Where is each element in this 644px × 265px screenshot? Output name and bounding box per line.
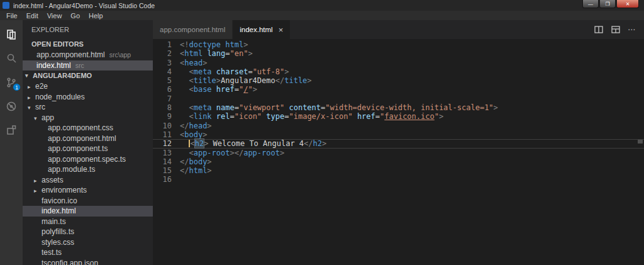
chevron-down-icon: ▾	[25, 70, 33, 81]
main-area: 1 EXPLORER OPEN EDITORS app.component.ht…	[0, 20, 644, 265]
code-line-10[interactable]: 10</head>	[153, 121, 644, 130]
menu-item-help[interactable]: Help	[84, 12, 108, 20]
tree-file-styles.css[interactable]: styles.css	[23, 237, 153, 248]
tree-file-app.component.ts[interactable]: app.component.ts	[23, 144, 153, 154]
window-controls: — ❐ ✕	[582, 0, 639, 8]
tree-file-main.ts[interactable]: main.ts	[23, 217, 153, 227]
tree-file-app.component.html[interactable]: app.component.html	[23, 133, 153, 144]
more-actions-icon[interactable]: ⋯	[628, 25, 636, 34]
editor-area: app.component.htmlindex.html× ⋯ 1<!docty…	[153, 20, 644, 265]
tree-folder-e2e[interactable]: ▸e2e	[23, 81, 153, 92]
activity-search[interactable]	[0, 47, 23, 70]
tree-file-favicon.ico[interactable]: favicon.ico	[23, 196, 153, 206]
tab-index.html[interactable]: index.html×	[233, 20, 290, 39]
code-line-7[interactable]: 7	[153, 94, 644, 103]
tree-folder-app[interactable]: ▾app	[23, 113, 153, 123]
source-control-badge: 1	[13, 83, 21, 91]
menu-item-file[interactable]: File	[2, 12, 22, 20]
open-editors-header[interactable]: OPEN EDITORS	[23, 39, 153, 50]
code-line-4[interactable]: 4 <meta charset="utf-8">	[153, 67, 644, 76]
tab-bar: app.component.htmlindex.html× ⋯	[153, 20, 644, 39]
code-line-1[interactable]: 1<!doctype html>	[153, 40, 644, 49]
code-line-13[interactable]: 13 <app-root></app-root>	[153, 149, 644, 157]
menu-bar: FileEditViewGoHelp	[0, 11, 644, 20]
activity-bar: 1	[0, 20, 23, 265]
open-editors-list: app.component.htmlsrc\appindex.htmlsrc	[23, 50, 153, 70]
sidebar-title: EXPLORER	[23, 20, 153, 39]
tree-file-index.html[interactable]: index.html	[23, 206, 153, 217]
activity-extensions[interactable]	[0, 118, 23, 142]
code-line-5[interactable]: 5 <title>Angular4Demo</title>	[153, 76, 644, 85]
editor-actions: ⋯	[594, 20, 644, 39]
menu-item-edit[interactable]: Edit	[22, 12, 43, 20]
tree-folder-node_modules[interactable]: ▸node_modules	[23, 92, 153, 103]
code-editor[interactable]: 1<!doctype html>2<html lang="en">3<head>…	[153, 39, 644, 265]
tree-file-app.component.spec.ts[interactable]: app.component.spec.ts	[23, 154, 153, 165]
maximize-button[interactable]: ❐	[599, 0, 616, 8]
tree-folder-environments[interactable]: ▸environments	[23, 185, 153, 196]
code-line-15[interactable]: 15</html>	[153, 166, 644, 175]
code-line-6[interactable]: 6 <base href="/">	[153, 85, 644, 94]
project-name: ANGULAR4DEMO	[33, 70, 92, 81]
minimize-button[interactable]: —	[582, 0, 599, 8]
activity-explorer[interactable]	[0, 23, 23, 47]
chevron-down-icon: ▾	[28, 103, 35, 113]
window-title: index.html - Angular4Demo - Visual Studi…	[13, 2, 155, 9]
tree-file-polyfills.ts[interactable]: polyfills.ts	[23, 227, 153, 237]
code-line-2[interactable]: 2<html lang="en">	[153, 49, 644, 58]
tab-strip: app.component.htmlindex.html×	[153, 20, 291, 39]
vscode-app-icon	[3, 2, 9, 9]
code-line-16[interactable]: 16	[153, 175, 644, 184]
tab-close-icon[interactable]: ×	[279, 25, 284, 35]
tree-file-app.component.css[interactable]: app.component.css	[23, 123, 153, 133]
code-line-14[interactable]: 14</body>	[153, 157, 644, 166]
code-line-11[interactable]: 11<body>	[153, 130, 644, 139]
debug-icon	[5, 100, 18, 113]
extensions-icon	[5, 124, 18, 137]
toggle-layout-icon[interactable]	[611, 25, 621, 35]
tree-folder-src[interactable]: ▾src	[23, 102, 153, 113]
activity-source-control[interactable]: 1	[0, 70, 23, 94]
project-section-header[interactable]: ▾ ANGULAR4DEMO	[23, 70, 153, 81]
code-line-12[interactable]: 12 <h2> Welcome To Angular 4</h2>	[153, 139, 644, 148]
code-line-3[interactable]: 3<head>	[153, 59, 644, 67]
search-icon	[5, 52, 18, 65]
chevron-right-icon: ▸	[28, 82, 35, 93]
tree-file-app.module.ts[interactable]: app.module.ts	[23, 164, 153, 175]
chevron-right-icon: ▸	[34, 176, 42, 186]
file-tree: ▸e2e▸node_modules▾src▾appapp.component.c…	[23, 81, 153, 265]
tree-file-tsconfig.app.json[interactable]: tsconfig.app.json	[23, 258, 153, 265]
close-button[interactable]: ✕	[616, 0, 639, 8]
tree-folder-assets[interactable]: ▸assets	[23, 175, 153, 186]
files-icon	[5, 28, 18, 41]
chevron-down-icon: ▾	[34, 113, 42, 124]
open-editor-app.component.html[interactable]: app.component.htmlsrc\app	[23, 50, 153, 60]
tree-file-test.ts[interactable]: test.ts	[23, 247, 153, 258]
chevron-right-icon: ▸	[28, 93, 35, 103]
menu-item-go[interactable]: Go	[66, 12, 84, 20]
vscode-window: index.html - Angular4Demo - Visual Studi…	[0, 0, 644, 265]
chevron-right-icon: ▸	[34, 186, 42, 196]
explorer-sidebar: EXPLORER OPEN EDITORS app.component.html…	[23, 20, 153, 265]
code-lines: 1<!doctype html>2<html lang="en">3<head>…	[153, 40, 644, 184]
code-line-9[interactable]: 9 <link rel="icon" type="image/x-icon" h…	[153, 112, 644, 121]
tab-app.component.html[interactable]: app.component.html	[153, 20, 232, 39]
menu-item-view[interactable]: View	[43, 12, 67, 20]
title-bar: index.html - Angular4Demo - Visual Studi…	[0, 0, 644, 11]
open-editor-index.html[interactable]: index.htmlsrc	[23, 60, 153, 71]
activity-debug[interactable]	[0, 94, 23, 118]
code-line-8[interactable]: 8 <meta name="viewport" content="width=d…	[153, 103, 644, 112]
split-editor-icon[interactable]	[594, 25, 604, 35]
